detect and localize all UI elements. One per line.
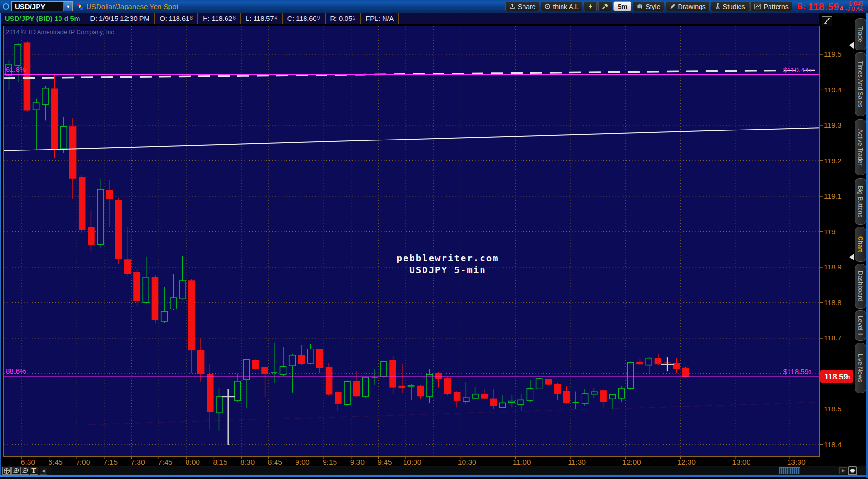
scroll-right-icon[interactable]: ▶: [839, 467, 847, 474]
candle: [545, 379, 552, 384]
candle: [298, 355, 305, 364]
toolbar-button-drawings[interactable]: Drawings: [666, 1, 710, 11]
text-tool[interactable]: T: [30, 467, 38, 475]
candle: [417, 386, 424, 396]
zoom-out-icon[interactable]: [20, 467, 29, 475]
candle: [527, 389, 533, 401]
candle: [619, 388, 625, 398]
time-axis-label: 6:45: [48, 458, 62, 466]
candle: [637, 362, 643, 364]
candle: [426, 375, 433, 397]
scrollbar-thumb[interactable]: [779, 467, 800, 474]
time-axis-label: 8:15: [213, 458, 227, 466]
candle: [33, 103, 39, 110]
link-color-icon[interactable]: [77, 3, 83, 10]
bid-price-subdigit: 4: [840, 5, 843, 12]
candle: [134, 272, 140, 301]
think-ai-icon: [544, 3, 551, 10]
toolbar-button-style[interactable]: Style: [633, 1, 664, 11]
sidebar-tab-level-ii[interactable]: Level II: [855, 310, 866, 341]
candle: [179, 281, 186, 299]
sidebar-tab-dashboard[interactable]: Dashboard: [855, 264, 866, 309]
ohlc-cell: FPL: N/A: [361, 13, 399, 24]
panel-collapse-arrow-icon[interactable]: [849, 42, 854, 49]
title-bar: USD/JPY ▼ USDollar/Japanese Yen Spot Sha…: [0, 0, 868, 13]
ohlc-readout-bar: USD/JPY (BID) 10 d 5m D: 1/9/15 12:30 PM…: [0, 13, 819, 24]
candle: [381, 361, 387, 377]
toolbar-button-bolt-icon[interactable]: [584, 1, 597, 11]
toolbar-button-wrench-icon[interactable]: [598, 1, 612, 11]
ohlc-cell: C: 118.609: [283, 13, 326, 24]
toolbar-button-label: Patterns: [764, 3, 789, 10]
bid-price-block: B: 118.59 4 -1.045 -0.87%: [797, 1, 863, 12]
chart-plot-area[interactable]: 61.8%$119.44388.6%$118.593pebblewriter.c…: [0, 24, 868, 475]
candle: [152, 277, 158, 320]
candle: [42, 88, 49, 105]
candle: [207, 375, 213, 411]
candle: [481, 394, 487, 398]
candle: [97, 189, 103, 244]
candle: [51, 89, 58, 149]
price-axis-label: 118.5: [824, 405, 842, 413]
price-axis-label: 119.2: [824, 157, 842, 165]
fib-percent-label: 61.8%: [6, 65, 26, 73]
pan-icon[interactable]: [2, 467, 11, 475]
candle: [216, 397, 222, 413]
time-axis-label: 9:00: [295, 458, 310, 466]
chart-scrollbar[interactable]: [51, 467, 838, 474]
sidebar-tab-active-trader[interactable]: Active Trader: [855, 119, 866, 175]
sidebar-tab-trade[interactable]: Trade: [855, 18, 866, 50]
price-axis-label: 118.8: [824, 299, 842, 307]
symbol-dropdown-icon[interactable]: ▼: [63, 2, 72, 11]
app-window: USD/JPY ▼ USDollar/Japanese Yen Spot Sha…: [0, 0, 868, 479]
fit-width-icon[interactable]: [848, 466, 857, 475]
time-axis-label: 8:00: [186, 458, 200, 466]
sidebar-tab-live-news[interactable]: Live News: [855, 343, 866, 393]
chart-canvas[interactable]: [4, 26, 819, 456]
candle: [518, 400, 524, 404]
candle: [628, 362, 634, 388]
candle: [609, 394, 615, 399]
zoom-in-icon[interactable]: [11, 467, 20, 475]
time-axis-label: 10:30: [458, 458, 476, 466]
time-axis-label: 13:30: [787, 458, 806, 466]
panel-collapse-arrow-icon[interactable]: [849, 254, 854, 260]
candle: [106, 190, 112, 199]
sidebar-tab-chart[interactable]: Chart: [855, 227, 866, 262]
collapse-left-icon[interactable]: ◀: [40, 467, 47, 475]
auto-scale-icon[interactable]: [822, 16, 832, 26]
candle: [198, 351, 204, 374]
candle: [463, 398, 469, 401]
candle: [582, 394, 588, 403]
candle: [170, 298, 177, 309]
candle: [591, 392, 597, 394]
candle: [362, 377, 368, 397]
toolbar-button-studies[interactable]: Studies: [711, 1, 749, 11]
time-axis-label: 11:30: [568, 458, 586, 466]
share-icon: [509, 3, 515, 10]
window-border: [0, 475, 868, 477]
toolbar-button-patterns[interactable]: Patterns: [750, 1, 792, 11]
symbol-value[interactable]: USD/JPY: [12, 2, 63, 11]
price-axis-label: 118.7: [824, 334, 842, 342]
symbol-input[interactable]: USD/JPY ▼: [11, 1, 73, 11]
candle: [655, 358, 661, 364]
sidebar-tab-times-and-sales[interactable]: Times And Sales: [855, 52, 866, 116]
candle: [326, 367, 332, 394]
status-circle-icon: [3, 3, 9, 10]
toolbar-button-label: Style: [645, 3, 660, 10]
toolbar-button-5m[interactable]: 5m: [613, 1, 631, 11]
sidebar-tab-big-buttons[interactable]: Big Buttons: [855, 178, 866, 225]
time-axis-label: 12:30: [677, 458, 696, 466]
candle: [600, 391, 606, 402]
toolbar-button-think-a-i[interactable]: think A.I.: [541, 1, 582, 11]
candle: [143, 277, 149, 303]
time-axis-label: 7:30: [130, 458, 145, 466]
candle: [253, 360, 259, 368]
patterns-icon: [754, 3, 761, 10]
time-axis-label: 9:30: [350, 458, 365, 466]
toolbar-button-share[interactable]: Share: [505, 1, 539, 11]
time-axis-label: 7:45: [158, 458, 172, 466]
candle: [554, 384, 561, 393]
candle: [116, 201, 122, 259]
